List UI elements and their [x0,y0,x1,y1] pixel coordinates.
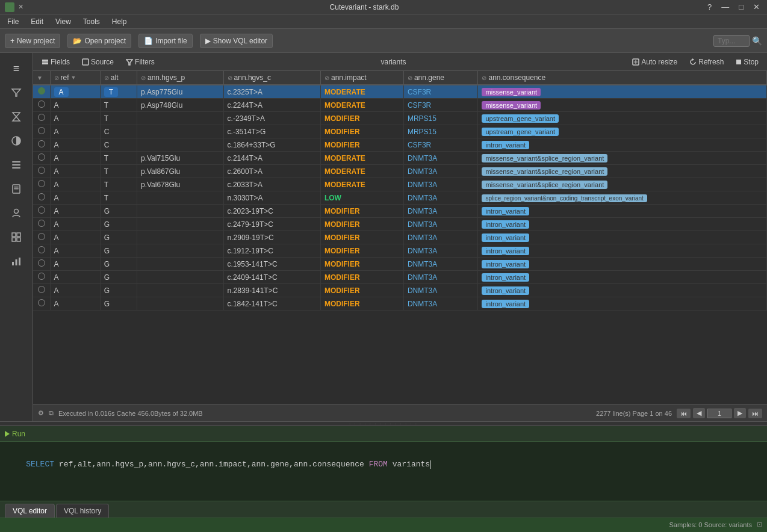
open-project-button[interactable]: 📂 Open project [67,34,131,48]
cell-hgvsc: n.2839-141T>C [223,284,320,297]
minimize-button[interactable]: — [719,2,731,11]
sidebar-lines2-icon[interactable] [5,154,27,176]
page-first-button[interactable]: ⏮ [677,409,691,418]
toolbar: + New project 📂 Open project 📄 Import fi… [0,29,767,53]
gene-value: CSF3R [408,101,431,110]
sidebar-grid-icon[interactable] [5,226,27,248]
filter-consequence-icon[interactable]: ⊘ [482,75,486,81]
page-number-input[interactable] [707,409,731,418]
maximize-button[interactable]: □ [736,2,746,11]
table-row[interactable]: AGc.1842-141T>CMODIFIERDNMT3Aintron_vari… [33,297,767,311]
type-input[interactable] [713,35,750,47]
sidebar-halfcircle-icon[interactable] [5,130,27,152]
menu-view[interactable]: View [51,16,76,27]
row-radio[interactable] [33,284,50,297]
filter-alt-icon[interactable]: ⊘ [104,75,109,81]
table-row[interactable]: AGn.2839-141T>CMODIFIERDNMT3Aintron_vari… [33,284,767,297]
table-row[interactable]: AGc.1953-141T>CMODIFIERDNMT3Aintron_vari… [33,258,767,271]
row-radio[interactable] [33,244,50,258]
filter-gene-icon[interactable]: ⊘ [408,75,412,81]
cell-hgvsp [137,297,224,311]
row-radio[interactable] [33,271,50,284]
menu-help[interactable]: Help [107,16,132,27]
filter-ref-icon[interactable]: ⊘ [54,75,59,81]
run-triangle-icon [5,431,10,437]
sql-editor[interactable]: SELECT ref,alt,ann.hgvs_p,ann.hgvs_c,ann… [0,442,767,501]
footer-resize-icon[interactable]: ⊡ [757,521,762,528]
filter-radio-icon[interactable]: ▼ [37,75,43,81]
stop-button[interactable]: Stop [732,57,762,67]
row-radio[interactable] [33,165,50,178]
run-button[interactable]: Run [5,430,25,438]
panel-divider[interactable]: · · · · · · · · · · · · · · [0,421,767,426]
gene-value: DNMT3A [408,273,437,282]
help-button[interactable]: ? [705,2,714,11]
row-radio[interactable] [33,152,50,165]
table-row[interactable]: AGc.2023-19T>CMODIFIERDNMT3Aintron_varia… [33,205,767,218]
table-row[interactable]: AGc.2409-141T>CMODIFIERDNMT3Aintron_vari… [33,271,767,284]
row-radio[interactable] [33,297,50,311]
new-project-button[interactable]: + New project [5,34,60,48]
settings-icon[interactable]: ⚙ [38,409,44,417]
table-row[interactable]: ATn.3030T>ALOWDNMT3Asplice_region_varian… [33,191,767,205]
sort-ref-icon[interactable]: ▼ [71,75,76,81]
menu-tools[interactable]: Tools [78,16,105,27]
row-radio[interactable] [33,125,50,138]
table-row[interactable]: ATp.Asp748Gluc.2244T>AMODERATECSF3Rmisse… [33,99,767,112]
table-row[interactable]: ATp.Val715Gluc.2144T>AMODERATEDNMT3Amiss… [33,152,767,165]
row-radio[interactable] [33,112,50,125]
auto-resize-button[interactable]: Auto resize [629,57,681,67]
search-area: 🔍 [713,35,762,47]
page-last-button[interactable]: ⏭ [748,409,762,418]
svg-marker-20 [126,60,132,65]
filter-impact-icon[interactable]: ⊘ [324,75,329,81]
row-radio[interactable] [33,258,50,271]
row-radio[interactable] [33,191,50,205]
table-row[interactable]: ATp.Asp775Gluc.2325T>AMODERATECSF3Rmisse… [33,85,767,99]
cell-consequence: intron_variant [478,244,767,258]
svg-rect-16 [42,60,48,61]
row-radio[interactable] [33,138,50,152]
page-next-button[interactable]: ▶ [734,408,746,418]
filters-button[interactable]: Filters [122,57,158,67]
search-icon[interactable]: 🔍 [752,36,762,46]
sidebar-person-icon[interactable] [5,202,27,224]
sidebar-list-icon[interactable]: ≡ [5,58,27,79]
table-row[interactable]: ATp.Val678Gluc.2033T>AMODERATEDNMT3Amiss… [33,178,767,191]
row-radio[interactable] [33,218,50,231]
table-row[interactable]: AGc.2479-19T>CMODIFIERDNMT3Aintron_varia… [33,218,767,231]
import-file-button[interactable]: 📄 Import file [138,34,193,48]
cell-alt: G [100,218,137,231]
table-row[interactable]: ATc.-2349T>AMODIFIERMRPS15upstream_gene_… [33,112,767,125]
menu-file[interactable]: File [2,16,23,27]
refresh-button[interactable]: Refresh [686,57,727,67]
row-radio[interactable] [33,85,50,99]
source-button[interactable]: Source [78,57,117,67]
sidebar-filter-icon[interactable] [5,82,27,104]
row-radio[interactable] [33,205,50,218]
table-row[interactable]: ACc.-3514T>GMODIFIERMRPS15upstream_gene_… [33,125,767,138]
sidebar-hourglass-icon[interactable] [5,106,27,128]
fields-button[interactable]: Fields [38,57,73,67]
copy-icon[interactable]: ⧉ [49,409,54,417]
tab-vql-editor[interactable]: VQL editor [5,504,55,518]
tab-vql-history[interactable]: VQL history [56,504,109,518]
sidebar-chart-icon[interactable] [5,250,27,272]
menu-edit[interactable]: Edit [26,16,48,27]
cell-hgvsc: c.2325T>A [223,85,320,99]
table-row[interactable]: ACc.1864+33T>GMODIFIERCSF3Rintron_varian… [33,138,767,152]
filter-hgvsp-icon[interactable]: ⊘ [141,75,146,81]
table-row[interactable]: AGn.2909-19T>CMODIFIERDNMT3Aintron_varia… [33,231,767,244]
sidebar-bookmark-icon[interactable] [5,178,27,200]
table-row[interactable]: ATp.Val867Gluc.2600T>AMODERATEDNMT3Amiss… [33,165,767,178]
row-radio[interactable] [33,99,50,112]
data-table-container[interactable]: ▼ ⊘ ref ▼ ⊘ [33,71,767,404]
row-radio[interactable] [33,231,50,244]
filter-hgvsc-icon[interactable]: ⊘ [228,75,232,81]
close-button[interactable]: ✕ [751,2,762,11]
show-vql-button[interactable]: ▶ Show VQL editor [200,34,273,48]
row-radio[interactable] [33,178,50,191]
page-prev-button[interactable]: ◀ [693,408,705,418]
cell-hgvsp [137,258,224,271]
table-row[interactable]: AGc.1912-19T>CMODIFIERDNMT3Aintron_varia… [33,244,767,258]
